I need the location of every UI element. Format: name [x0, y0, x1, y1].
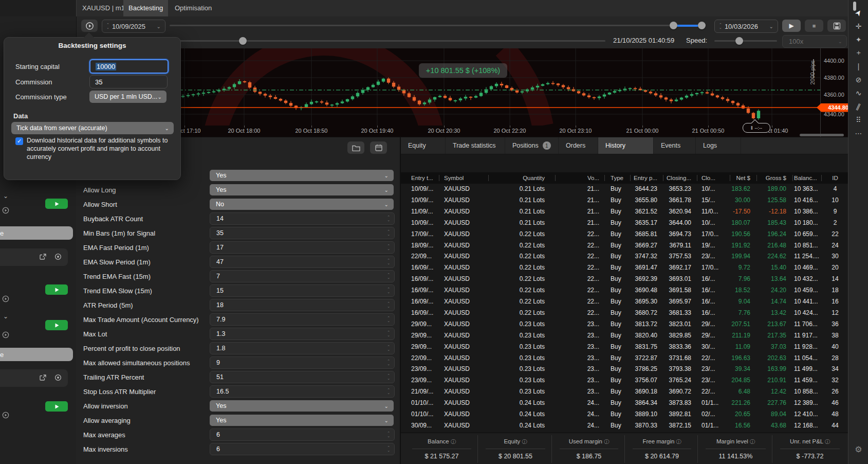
- tab-optimisation[interactable]: Optimisation: [170, 0, 217, 16]
- table-row[interactable]: 01/10/...XAUUSD0.24 Lots24...Buy3889.103…: [401, 409, 849, 420]
- results-tab-events[interactable]: Events: [654, 137, 696, 154]
- table-row[interactable]: 16/09/...XAUUSD0.22 Lots22...Buy3692.393…: [401, 274, 849, 285]
- results-tab-positions[interactable]: Positions1: [505, 137, 559, 154]
- plus-icon[interactable]: ＋: [848, 46, 868, 60]
- optimise-button[interactable]: [54, 253, 62, 262]
- ellipsis-icon[interactable]: ⋯: [848, 127, 868, 140]
- table-row[interactable]: 17/09/...XAUUSD0.22 Lots22...Buy3685.813…: [401, 229, 849, 240]
- column-header[interactable]: Symbol: [444, 172, 480, 184]
- starting-capital-input[interactable]: 10000: [89, 59, 169, 74]
- param-stepper[interactable]: 35⌃⌄: [210, 227, 395, 239]
- range-handle-left[interactable]: [670, 22, 677, 29]
- param-stepper[interactable]: 7⌃⌄: [210, 270, 395, 282]
- param-stepper[interactable]: 1.3⌃⌄: [210, 328, 395, 340]
- start-instance-button[interactable]: [45, 401, 68, 412]
- vertical-line-icon[interactable]: ∣: [848, 60, 868, 73]
- schedule-button[interactable]: [370, 141, 387, 154]
- results-tab-equity[interactable]: Equity: [401, 137, 446, 154]
- start-instance-button[interactable]: [45, 284, 68, 295]
- column-header[interactable]: Closing...: [655, 172, 691, 184]
- table-row[interactable]: 11/09/...XAUUSD0.21 Lots21...Buy3621.523…: [401, 206, 849, 218]
- table-row[interactable]: 29/09...XAUUSD0.23 Lots23...Buy3820.4038…: [401, 330, 849, 342]
- playback-progress-track[interactable]: [170, 40, 605, 42]
- table-row[interactable]: 16/09/...XAUUSD0.22 Lots22...Buy3691.473…: [401, 262, 849, 274]
- playback-progress-handle[interactable]: [239, 37, 247, 45]
- chart-horizontal-scrollbar[interactable]: [800, 134, 844, 136]
- results-tab-trade-statistics[interactable]: Trade statistics: [446, 137, 505, 154]
- share-button[interactable]: [39, 374, 47, 384]
- end-date-picker[interactable]: ⌃⌄ 10/03/2026 ⌄: [714, 20, 778, 33]
- table-row[interactable]: 29/09...XAUUSD0.23 Lots23...Buy3813.7238…: [401, 319, 849, 330]
- param-stepper[interactable]: 47⌃⌄: [210, 256, 395, 268]
- info-icon[interactable]: ⓘ: [750, 439, 755, 444]
- param-stepper[interactable]: 16.5⌃⌄: [210, 385, 395, 398]
- param-stepper[interactable]: 6⌃⌄: [210, 443, 395, 455]
- results-tab-history[interactable]: History: [598, 137, 654, 154]
- column-header[interactable]: Vo...: [568, 172, 599, 184]
- backtest-mode-icon[interactable]: [2, 412, 9, 421]
- instance-status-bar[interactable]: e: [0, 348, 73, 361]
- table-row[interactable]: 10/09/...XAUUSD0.21 Lots21...Buy3635.173…: [401, 218, 849, 229]
- info-icon[interactable]: ⓘ: [451, 439, 456, 444]
- table-row[interactable]: 10/09/...XAUUSD0.21 Lots21...Buy3644.233…: [401, 184, 849, 195]
- circle-slash-icon[interactable]: ⊘: [848, 73, 868, 86]
- info-icon[interactable]: ⓘ: [522, 439, 527, 444]
- tab-backtesting[interactable]: Backtesting: [123, 0, 168, 16]
- param-stepper[interactable]: 15⌃⌄: [210, 284, 395, 297]
- table-row[interactable]: 21/09/...XAUUSD0.23 Lots23...Buy3690.183…: [401, 386, 849, 398]
- save-report-button[interactable]: [827, 20, 846, 32]
- backtesting-settings-button[interactable]: [81, 20, 98, 32]
- column-header[interactable]: Net $: [714, 172, 750, 184]
- start-date-picker[interactable]: ⌃⌄ 10/09/2025 ⌄: [102, 20, 165, 33]
- param-stepper[interactable]: 18⌃⌄: [210, 299, 395, 311]
- tab-symbol-chart[interactable]: XAUUSD | m1: [77, 0, 130, 16]
- backtest-mode-icon[interactable]: [2, 207, 9, 216]
- param-select[interactable]: Yes⌄: [210, 400, 394, 412]
- table-row[interactable]: 22/09...XAUUSD0.23 Lots23...Buy3722.8737…: [401, 353, 849, 364]
- speed-handle[interactable]: [735, 37, 743, 45]
- table-row[interactable]: 16/09/...XAUUSD0.22 Lots22...Buy3695.303…: [401, 296, 849, 308]
- chevron-down-icon[interactable]: ⌄: [3, 192, 8, 200]
- table-row[interactable]: 18/09/...XAUUSD0.22 Lots22...Buy3669.273…: [401, 240, 849, 252]
- column-header[interactable]: ID: [822, 172, 848, 184]
- open-parameters-button[interactable]: [347, 141, 364, 154]
- optimise-button[interactable]: [54, 374, 62, 383]
- param-stepper[interactable]: 17⌃⌄: [210, 241, 395, 254]
- wave-tool-icon[interactable]: ∿: [848, 86, 868, 100]
- table-row[interactable]: 16/09/...XAUUSD0.22 Lots22...Buy3690.483…: [401, 285, 849, 296]
- cursor-arrow-icon[interactable]: ➤: [848, 6, 868, 20]
- param-stepper[interactable]: 9⌃⌄: [210, 356, 395, 369]
- range-handle-right[interactable]: [698, 22, 706, 29]
- share-button[interactable]: [39, 253, 47, 263]
- param-select[interactable]: Yes⌄: [210, 184, 394, 195]
- info-icon[interactable]: ⓘ: [825, 439, 830, 444]
- table-row[interactable]: 30/09...XAUUSD0.24 Lots24...Buy3870.3338…: [401, 420, 849, 432]
- info-icon[interactable]: ⓘ: [676, 439, 681, 444]
- sparkle-cross-icon[interactable]: ✦: [848, 33, 868, 46]
- results-tab-orders[interactable]: Orders: [559, 137, 598, 154]
- param-stepper[interactable]: 51⌃⌄: [210, 371, 395, 383]
- column-header[interactable]: Gross $: [750, 172, 786, 184]
- start-instance-button[interactable]: [45, 320, 68, 330]
- commission-type-select[interactable]: USD per 1 mln USD... ⌄: [89, 91, 167, 103]
- column-header[interactable]: Entry p...: [621, 172, 657, 184]
- param-select[interactable]: Yes⌄: [210, 170, 394, 181]
- backtest-mode-icon[interactable]: [2, 331, 9, 341]
- price-chart[interactable]: 20 Oct 17:1020 Oct 18:0020 Oct 18:5020 O…: [76, 48, 848, 137]
- stop-backtest-button[interactable]: ■: [805, 20, 823, 32]
- download-historical-checkbox[interactable]: ✓: [15, 137, 23, 145]
- table-row[interactable]: 23/09...XAUUSD0.23 Lots23...Buy3756.0737…: [401, 375, 849, 386]
- dot-grid-icon[interactable]: ⠿: [848, 113, 868, 127]
- backtest-range-track[interactable]: [170, 25, 705, 26]
- chevron-down-icon[interactable]: ⌄: [3, 313, 8, 320]
- instance-status-bar[interactable]: e: [0, 226, 73, 240]
- column-header[interactable]: Quantity: [493, 172, 545, 184]
- speed-track[interactable]: [714, 40, 777, 42]
- table-row[interactable]: 29/09...XAUUSD0.23 Lots23...Buy3831.7538…: [401, 342, 849, 353]
- results-tab-logs[interactable]: Logs: [696, 137, 741, 154]
- table-row[interactable]: 22/09...XAUUSD0.22 Lots22...Buy3747.3237…: [401, 251, 849, 262]
- data-source-select[interactable]: Tick data from server (accurate) ⌄: [11, 122, 174, 134]
- table-row[interactable]: 16/09/...XAUUSD0.22 Lots22...Buy3680.723…: [401, 308, 849, 319]
- column-header[interactable]: Entry t...: [411, 172, 441, 184]
- gear-icon[interactable]: ⚙: [848, 442, 868, 456]
